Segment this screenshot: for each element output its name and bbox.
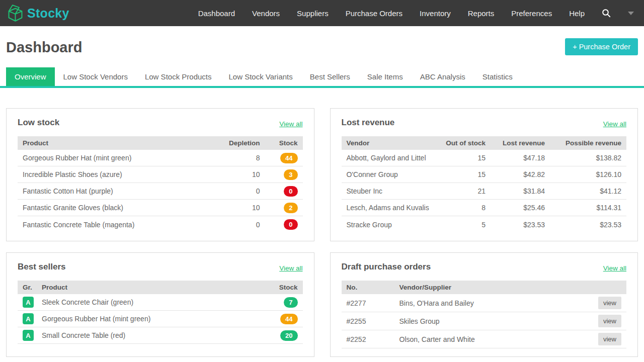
- view-all-link[interactable]: View all: [279, 264, 302, 272]
- table-row: Fantastic Granite Gloves (black) 10 2: [18, 200, 303, 216]
- vendor-name: O'Conner Group: [347, 170, 436, 178]
- possible-revenue-value: $114.31: [545, 204, 621, 212]
- column-header: Stock: [260, 139, 298, 147]
- out-of-stock-value: 15: [435, 170, 486, 178]
- tab-low-stock-variants[interactable]: Low Stock Variants: [220, 67, 301, 86]
- depletion-value: 0: [212, 221, 260, 229]
- tab-statistics[interactable]: Statistics: [474, 67, 521, 86]
- possible-revenue-value: $126.10: [545, 170, 621, 178]
- search-icon[interactable]: [602, 9, 611, 18]
- table-row: A Small Concrete Table (red) 20: [18, 327, 303, 344]
- view-button[interactable]: view: [598, 297, 621, 309]
- lost-revenue-panel: Lost revenue View all Vendor Out of stoc…: [330, 108, 638, 241]
- dashboard-panels: Low stock View all Product Depletion Sto…: [6, 108, 638, 357]
- product-name: Small Concrete Table (red): [42, 331, 260, 339]
- table-row: #2255 Skiles Group view: [342, 312, 627, 330]
- nav-item-reports[interactable]: Reports: [468, 9, 495, 18]
- nav-item-vendors[interactable]: Vendors: [252, 9, 280, 18]
- table-row: Steuber Inc 21 $31.84 $41.12: [342, 183, 627, 200]
- table-row: #2252 Olson, Carter and White view: [342, 330, 627, 348]
- depletion-value: 10: [212, 170, 260, 178]
- nav-links: Dashboard Vendors Suppliers Purchase Ord…: [198, 9, 634, 18]
- product-name: Gorgeous Rubber Hat (mint green): [23, 154, 212, 162]
- page-title: Dashboard: [6, 39, 82, 56]
- possible-revenue-value: $23.53: [545, 221, 621, 229]
- lost-revenue-table: Vendor Out of stock Lost revenue Possibl…: [342, 136, 627, 233]
- brand-name: Stocky: [27, 6, 69, 21]
- panel-title: Lost revenue: [342, 118, 395, 128]
- tab-overview[interactable]: Overview: [6, 67, 55, 86]
- tab-abc-analysis[interactable]: ABC Analysis: [412, 67, 474, 86]
- table-row: Gorgeous Rubber Hat (mint green) 8 44: [18, 150, 303, 166]
- column-header: Vendor: [347, 139, 436, 147]
- nav-item-help[interactable]: Help: [569, 9, 585, 18]
- vendor-name: Abbott, Gaylord and Littel: [347, 154, 436, 162]
- stock-badge: 44: [280, 153, 297, 163]
- column-header: Product: [23, 139, 212, 147]
- caret-down-icon[interactable]: [628, 12, 634, 15]
- tabs-underline: [0, 86, 644, 88]
- column-header: Product: [42, 284, 260, 291]
- stocky-box-icon: [6, 3, 25, 24]
- nav-item-purchase-orders[interactable]: Purchase Orders: [346, 9, 403, 18]
- possible-revenue-value: $41.12: [545, 187, 621, 195]
- product-name: Gorgeous Rubber Hat (mint green): [42, 315, 260, 323]
- panel-title: Best sellers: [18, 262, 65, 272]
- vendor-name: Bins, O'Hara and Bailey: [399, 299, 592, 307]
- table-header: Vendor Out of stock Lost revenue Possibl…: [342, 136, 627, 150]
- lost-revenue-value: $47.18: [486, 154, 545, 162]
- table-row: Lesch, Adams and Kuvalis 8 $25.46 $114.3…: [342, 200, 627, 216]
- view-all-link[interactable]: View all: [603, 120, 626, 128]
- view-button[interactable]: view: [598, 333, 621, 345]
- view-all-link[interactable]: View all: [279, 120, 302, 128]
- nav-item-dashboard[interactable]: Dashboard: [198, 9, 235, 18]
- depletion-value: 0: [212, 187, 260, 195]
- po-number: #2252: [347, 335, 399, 343]
- nav-item-preferences[interactable]: Preferences: [511, 9, 552, 18]
- view-all-link[interactable]: View all: [603, 264, 626, 272]
- low-stock-panel: Low stock View all Product Depletion Sto…: [6, 108, 314, 241]
- product-name: Fantastic Granite Gloves (black): [23, 204, 212, 212]
- out-of-stock-value: 15: [435, 154, 486, 162]
- out-of-stock-value: 8: [435, 204, 486, 212]
- nav-item-inventory[interactable]: Inventory: [420, 9, 451, 18]
- lost-revenue-value: $23.53: [486, 221, 545, 229]
- stock-badge: 0: [284, 219, 297, 230]
- stock-badge: 0: [284, 186, 297, 197]
- lost-revenue-value: $31.84: [486, 187, 545, 195]
- table-header: Product Depletion Stock: [18, 136, 303, 150]
- lost-revenue-value: $25.46: [486, 204, 545, 212]
- grade-badge: A: [23, 297, 34, 308]
- stock-badge: 20: [280, 330, 297, 341]
- table-row: Fantastic Concrete Table (magenta) 0 0: [18, 216, 303, 233]
- table-header: No. Vendor/Supplier: [342, 281, 627, 294]
- view-button[interactable]: view: [598, 315, 621, 327]
- stocky-logo[interactable]: Stocky: [6, 3, 69, 24]
- table-row: A Gorgeous Rubber Hat (mint green) 44: [18, 311, 303, 327]
- depletion-value: 8: [212, 154, 260, 162]
- new-purchase-order-button[interactable]: + Purchase Order: [565, 38, 638, 55]
- tab-sale-items[interactable]: Sale Items: [359, 67, 412, 86]
- tab-low-stock-products[interactable]: Low Stock Products: [136, 67, 220, 86]
- vendor-name: Skiles Group: [399, 317, 592, 325]
- stock-badge: 2: [284, 203, 297, 213]
- nav-item-suppliers[interactable]: Suppliers: [297, 9, 329, 18]
- column-header: Gr.: [23, 284, 42, 291]
- column-header: Vendor/Supplier: [399, 284, 592, 291]
- product-name: Incredible Plastic Shoes (azure): [23, 170, 212, 178]
- dashboard-tabs: Overview Low Stock Vendors Low Stock Pro…: [0, 67, 644, 86]
- grade-badge: A: [23, 313, 34, 324]
- page-header: Dashboard + Purchase Order: [0, 26, 644, 56]
- vendor-name: Steuber Inc: [347, 187, 436, 195]
- best-sellers-table: Gr. Product Stock A Sleek Concrete Chair…: [18, 281, 303, 344]
- stock-badge: 3: [284, 169, 297, 180]
- tab-best-sellers[interactable]: Best Sellers: [301, 67, 359, 86]
- lost-revenue-value: $42.82: [486, 170, 545, 178]
- table-row: Fantastic Cotton Hat (purple) 0 0: [18, 183, 303, 200]
- table-row: O'Conner Group 15 $42.82 $126.10: [342, 166, 627, 183]
- tab-low-stock-vendors[interactable]: Low Stock Vendors: [55, 67, 136, 86]
- table-row: Abbott, Gaylord and Littel 15 $47.18 $13…: [342, 150, 627, 166]
- grade-badge: A: [23, 330, 34, 341]
- best-sellers-panel: Best sellers View all Gr. Product Stock …: [6, 252, 314, 357]
- column-header: Possible revenue: [545, 139, 621, 147]
